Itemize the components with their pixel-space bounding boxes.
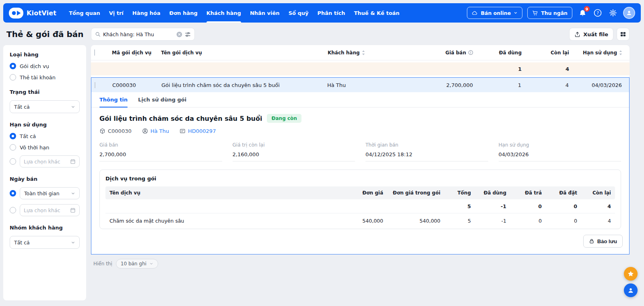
svc-col-ten: Tên dịch vụ	[105, 190, 340, 196]
field-han-su-dung: Hạn sử dụng 04/03/2026	[499, 142, 621, 161]
calendar-icon	[70, 159, 76, 164]
field-label: Thời gian bán	[365, 142, 488, 148]
tab-lich-su-dung-goi[interactable]: Lịch sử dùng gói	[138, 92, 186, 107]
service-row[interactable]: Chăm sóc da mặt chuyên sâu 540,000 540,0…	[105, 213, 615, 228]
svc-unit-price: 540,000	[340, 218, 387, 224]
page-size-select[interactable]: 10 bản ghi	[116, 259, 158, 269]
settings-button[interactable]	[608, 8, 618, 18]
search-input[interactable]	[103, 31, 174, 37]
filter-title: Nhóm khách hàng	[10, 225, 80, 231]
nav-don-hang[interactable]: Đơn hàng	[165, 3, 202, 23]
notifications-button[interactable]: 9	[577, 8, 588, 18]
search-box[interactable]	[91, 28, 195, 41]
radio-label: Gói dịch vụ	[20, 63, 49, 69]
field-gia-tri-con-lai: Giá trị còn lại 2,160,000	[233, 142, 355, 161]
package-row-selected[interactable]: C000030 Gói liệu trình chăm sóc da chuyê…	[91, 78, 629, 92]
radio-label: Thẻ tài khoản	[20, 74, 56, 81]
filter-title: Loại hàng	[10, 52, 80, 58]
services-summary-row: 5 -1 0 0 4	[105, 199, 615, 213]
support-fab[interactable]	[624, 283, 638, 297]
export-icon	[574, 31, 580, 37]
col-con-lai: Còn lại	[525, 50, 572, 56]
package-refs: C000030 Hà Thu HD000297	[99, 128, 621, 134]
select-value: Tất cả	[14, 104, 30, 110]
calendar-icon	[70, 207, 76, 213]
export-file-button[interactable]: Xuất file	[569, 28, 613, 41]
radio-icon	[10, 133, 16, 139]
bao-luu-button[interactable]: Bảo lưu	[583, 235, 623, 248]
help-button[interactable]: ?	[592, 8, 603, 18]
chevron-down-icon	[71, 240, 75, 245]
status-badge: Đang còn	[267, 114, 301, 123]
filter-title: Ngày bán	[10, 176, 80, 182]
row-used: 1	[476, 82, 524, 88]
lock-icon	[589, 238, 594, 244]
ban-online-button[interactable]: Bán online	[467, 7, 522, 19]
nav-khach-hang[interactable]: Khách hàng	[202, 3, 246, 23]
nav-nhan-vien[interactable]: Nhân viên	[246, 3, 284, 23]
svc-sum-da-tra: 0	[510, 203, 546, 209]
radio-the-tai-khoan[interactable]: Thẻ tài khoản	[10, 74, 80, 81]
radio-hsd-lua-chon-khac[interactable]: Lựa chọn khác	[10, 155, 80, 167]
cart-icon	[532, 10, 538, 16]
radio-toan-thoi-gian[interactable]: Toàn thời gian	[10, 187, 80, 199]
radio-icon	[10, 144, 16, 151]
floating-buttons	[624, 267, 638, 297]
nav-tong-quan[interactable]: Tổng quan	[64, 3, 104, 23]
radio-goi-dich-vu[interactable]: Gói dịch vụ	[10, 63, 80, 69]
field-label: Giá trị còn lại	[233, 142, 355, 148]
filter-sliders-icon[interactable]	[185, 31, 191, 37]
brand[interactable]: KiotViet	[9, 8, 56, 19]
svc-returned: 0	[510, 218, 546, 224]
radio-nb-lua-chon-khac[interactable]: Lựa chọn khác	[10, 204, 80, 216]
main-nav: Tổng quan Vị trí Hàng hóa Đơn hàng Khách…	[64, 3, 404, 23]
nav-hang-hoa[interactable]: Hàng hóa	[128, 3, 165, 23]
svc-sum-da-dat: 0	[546, 203, 581, 209]
nav-phan-tich[interactable]: Phân tích	[313, 3, 349, 23]
col-han-su-dung[interactable]: Hạn sử dụng	[572, 50, 630, 56]
filter-loai-hang: Loại hàng Gói dịch vụ Thẻ tài khoản	[10, 52, 80, 81]
clear-search-button[interactable]	[176, 31, 182, 37]
services-card: Dịch vụ trong gói Tên dịch vụ Đơn giá Đơ…	[99, 170, 621, 229]
package-title: Gói liệu trình chăm sóc da chuyên sâu 5 …	[99, 115, 262, 122]
hsd-date-picker[interactable]: Lựa chọn khác	[20, 155, 80, 167]
info-icon[interactable]	[468, 50, 473, 55]
sort-icon	[362, 50, 365, 55]
select-value: Toàn thời gian	[24, 190, 60, 196]
nav-so-quy[interactable]: Sổ quỹ	[284, 3, 313, 23]
filter-sidebar: Loại hàng Gói dịch vụ Thẻ tài khoản Trạn…	[3, 45, 86, 300]
col-khach-hang[interactable]: Khách hàng	[324, 50, 415, 56]
ngay-ban-select[interactable]: Toàn thời gian	[20, 187, 80, 199]
nhom-khach-hang-select[interactable]: Tất cả	[10, 236, 80, 249]
radio-hsd-tat-ca[interactable]: Tất cả	[10, 133, 80, 139]
table-summary-row: 1 4	[91, 62, 630, 75]
ngay-ban-date-picker[interactable]: Lựa chọn khác	[20, 204, 80, 216]
thu-ngan-button[interactable]: Thu ngân	[527, 7, 572, 19]
row-name: Gói liệu trình chăm sóc da chuyên sâu 5 …	[158, 82, 324, 88]
filter-title: Trạng thái	[10, 89, 80, 95]
select-all-checkbox[interactable]	[94, 50, 95, 56]
table-header-row: Mã gói dịch vụ Tên gói dịch vụ Khách hàn…	[91, 45, 630, 60]
topbar-actions: Bán online Thu ngân 9 ?	[467, 7, 635, 19]
field-value: 04/03/2026	[499, 151, 621, 161]
radio-vo-thoi-han[interactable]: Vô thời hạn	[10, 144, 80, 151]
radio-label: Tất cả	[20, 133, 36, 139]
sort-icon	[619, 50, 622, 55]
svc-sum-tong: 5	[444, 203, 475, 209]
filter-trang-thai: Trạng thái Tất cả	[10, 89, 80, 113]
summary-con-lai: 4	[525, 66, 572, 72]
package-icon	[99, 128, 105, 134]
row-checkbox[interactable]	[95, 82, 95, 88]
layout-toggle-button[interactable]	[617, 28, 630, 41]
field-value: 2,700,000	[99, 151, 222, 161]
invoice-link[interactable]: HD000297	[180, 128, 216, 134]
nav-thue-ke-toan[interactable]: Thuế & Kế toán	[349, 3, 404, 23]
search-icon	[95, 31, 101, 37]
user-avatar[interactable]	[623, 7, 635, 19]
trang-thai-select[interactable]: Tất cả	[10, 100, 80, 113]
page-header-actions: Xuất file	[569, 28, 630, 41]
customer-link[interactable]: Hà Thu	[142, 128, 169, 134]
tab-thong-tin[interactable]: Thông tin	[99, 92, 128, 107]
rewards-fab[interactable]	[624, 267, 638, 281]
nav-vi-tri[interactable]: Vị trí	[105, 3, 128, 23]
